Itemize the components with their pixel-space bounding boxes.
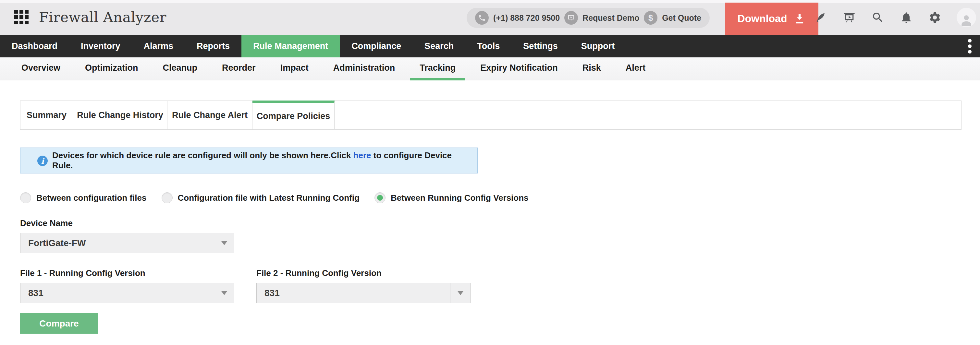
compare-mode-radios: Between configuration files Configuratio… xyxy=(20,192,980,203)
subnav-item-cleanup[interactable]: Cleanup xyxy=(151,57,210,81)
chevron-down-icon[interactable] xyxy=(214,283,234,303)
brand: Firewall Analyzer xyxy=(14,9,167,25)
rocket-icon[interactable] xyxy=(814,11,827,24)
download-button-label: Download xyxy=(738,13,787,25)
user-avatar[interactable] xyxy=(957,8,976,27)
request-demo-link[interactable]: Request Demo xyxy=(582,13,639,23)
device-name-select[interactable]: FortiGate-FW xyxy=(20,233,234,253)
radio-config-file-with-latest-running-config[interactable]: Configuration file with Latest Running C… xyxy=(162,192,360,203)
subnav-item-administration[interactable]: Administration xyxy=(321,57,407,81)
subnav-item-alert[interactable]: Alert xyxy=(613,57,658,81)
tab-bar: Summary Rule Change History Rule Change … xyxy=(20,101,961,130)
file2-version-value: 831 xyxy=(257,288,450,298)
kebab-menu-icon[interactable] xyxy=(968,35,972,57)
bell-icon[interactable] xyxy=(899,11,913,24)
nav-item-tools[interactable]: Tools xyxy=(465,35,511,57)
nav-item-reports[interactable]: Reports xyxy=(185,35,242,57)
subnav-item-optimization[interactable]: Optimization xyxy=(73,57,151,81)
nav-item-compliance[interactable]: Compliance xyxy=(340,35,413,57)
download-icon xyxy=(794,13,806,25)
nav-item-rule-management[interactable]: Rule Management xyxy=(242,35,340,57)
tab-summary[interactable]: Summary xyxy=(21,101,73,129)
nav-item-dashboard[interactable]: Dashboard xyxy=(0,35,69,57)
file-version-row: File 1 - Running Config Version 831 File… xyxy=(20,253,980,303)
main-nav: Dashboard Inventory Alarms Reports Rule … xyxy=(0,35,980,57)
file2-version-select[interactable]: 831 xyxy=(256,283,471,303)
nav-item-support[interactable]: Support xyxy=(570,35,626,57)
file1-label: File 1 - Running Config Version xyxy=(20,268,234,278)
contact-pill: (+1) 888 720 9500 Request Demo $ Get Quo… xyxy=(467,8,710,28)
request-demo-icon xyxy=(564,11,578,25)
download-button[interactable]: Download xyxy=(725,3,818,35)
radio-between-running-config-versions[interactable]: Between Running Config Versions xyxy=(374,192,529,203)
subnav-item-expiry-notification[interactable]: Expiry Notification xyxy=(468,57,570,81)
header-icon-row xyxy=(814,0,976,35)
tab-rule-change-alert[interactable]: Rule Change Alert xyxy=(167,101,253,129)
gear-icon[interactable] xyxy=(928,11,942,24)
subnav-item-impact[interactable]: Impact xyxy=(268,57,321,81)
info-banner: i Devices for which device rule are conf… xyxy=(20,147,478,174)
subnav-item-overview[interactable]: Overview xyxy=(9,57,73,81)
search-icon[interactable] xyxy=(871,11,885,24)
chevron-down-icon[interactable] xyxy=(214,233,234,253)
nav-item-alarms[interactable]: Alarms xyxy=(132,35,185,57)
app-title: Firewall Analyzer xyxy=(39,9,167,25)
apps-grid-icon[interactable] xyxy=(14,10,29,24)
radio-label: Between configuration files xyxy=(37,193,147,203)
nav-item-inventory[interactable]: Inventory xyxy=(69,35,132,57)
radio-button-icon[interactable] xyxy=(374,192,385,203)
compare-button[interactable]: Compare xyxy=(20,313,98,334)
subnav-item-tracking[interactable]: Tracking xyxy=(407,57,468,81)
device-name-value: FortiGate-FW xyxy=(21,238,214,248)
subnav-item-reorder[interactable]: Reorder xyxy=(210,57,268,81)
sub-nav: Overview Optimization Cleanup Reorder Im… xyxy=(0,57,980,81)
radio-label: Between Running Config Versions xyxy=(391,193,529,203)
banner-text: Devices for which device rule are config… xyxy=(52,150,474,171)
device-name-label: Device Name xyxy=(20,218,980,228)
phone-number[interactable]: (+1) 888 720 9500 xyxy=(493,13,560,23)
radio-label: Configuration file with Latest Running C… xyxy=(178,193,360,203)
file1-version-select[interactable]: 831 xyxy=(20,283,234,303)
configure-device-rule-link[interactable]: here xyxy=(353,150,371,160)
chevron-down-icon[interactable] xyxy=(450,283,470,303)
banner-text-before: Devices for which device rule are config… xyxy=(52,150,353,160)
subnav-item-risk[interactable]: Risk xyxy=(570,57,613,81)
nav-item-search[interactable]: Search xyxy=(413,35,465,57)
nav-item-settings[interactable]: Settings xyxy=(511,35,570,57)
file1-version-value: 831 xyxy=(21,288,214,298)
radio-button-icon[interactable] xyxy=(20,192,31,203)
get-quote-link[interactable]: Get Quote xyxy=(662,13,701,23)
tab-rule-change-history[interactable]: Rule Change History xyxy=(73,101,167,129)
file2-label: File 2 - Running Config Version xyxy=(256,268,471,278)
radio-between-configuration-files[interactable]: Between configuration files xyxy=(20,192,147,203)
content-area: Summary Rule Change History Rule Change … xyxy=(0,101,980,334)
phone-icon xyxy=(475,11,489,25)
radio-button-icon[interactable] xyxy=(162,192,173,203)
get-quote-icon: $ xyxy=(644,11,657,25)
top-header: Firewall Analyzer (+1) 888 720 9500 Requ… xyxy=(0,0,980,35)
info-icon: i xyxy=(37,156,48,166)
demo-video-icon[interactable] xyxy=(842,11,856,24)
tab-compare-policies[interactable]: Compare Policies xyxy=(253,101,334,129)
